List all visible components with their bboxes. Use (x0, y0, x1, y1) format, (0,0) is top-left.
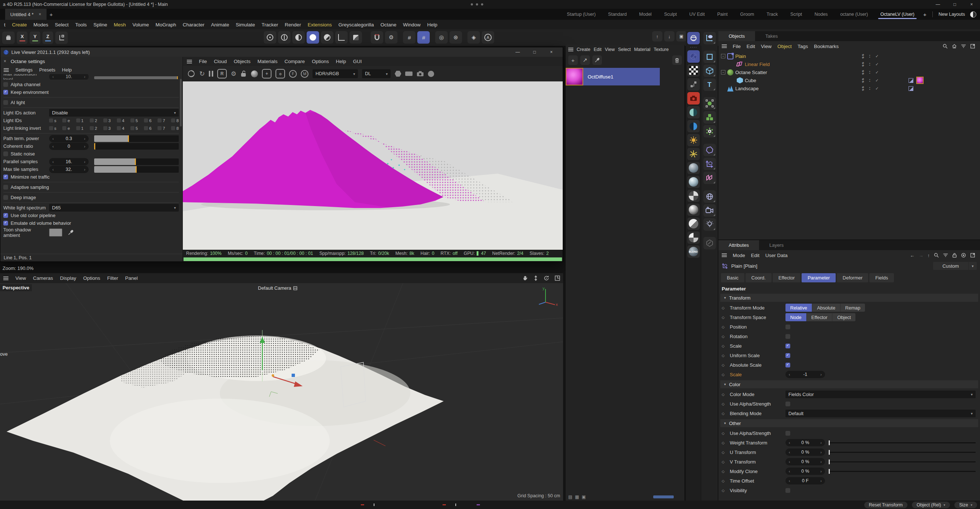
light-id-checkbox[interactable] (117, 118, 121, 123)
enabled-check-icon[interactable]: ✓ (875, 86, 878, 91)
grid-view-icon[interactable]: ▦ (575, 494, 579, 499)
max-tile-samples-slider[interactable] (94, 166, 179, 173)
segment-option[interactable]: Remap (840, 304, 865, 312)
upload-icon[interactable]: ↑ (652, 31, 662, 41)
static-noise-checkbox[interactable] (3, 152, 8, 156)
workplane-mode-icon[interactable] (350, 31, 362, 44)
focus-picker-icon[interactable]: F (289, 70, 297, 78)
menu-item[interactable]: Render (282, 22, 304, 27)
max-subdivision-spinner[interactable]: ‹10.› (49, 74, 89, 80)
percent-spinner[interactable]: ‹0 %› (786, 439, 825, 446)
lv-menu-item[interactable]: File (199, 59, 207, 64)
visibility-dots-icon[interactable]: ●● (869, 78, 870, 82)
deep-image-checkbox[interactable] (3, 195, 8, 200)
search-icon[interactable] (943, 44, 948, 49)
document-tab[interactable]: Untitled 4 * × (5, 9, 46, 20)
light-id-checkbox[interactable] (158, 118, 162, 123)
object-row-controls[interactable]: ◆◆ ●● ✓ (862, 70, 878, 75)
scale-value-spinner[interactable]: ‹-1› (786, 371, 825, 378)
percent-slider[interactable] (829, 461, 975, 463)
delete-material-icon[interactable] (672, 55, 682, 65)
panel-tab[interactable]: Takes (755, 31, 788, 41)
light-ids-action-select[interactable]: Disable▾ (49, 109, 179, 116)
material-item[interactable]: OctDiffuse1 (566, 68, 684, 85)
linear-field-icon[interactable] (703, 172, 716, 184)
percent-spinner[interactable]: ‹0 %› (786, 448, 825, 456)
attribute-tab[interactable]: Coord. (746, 273, 772, 282)
material-metal-sphere-icon[interactable] (687, 204, 700, 216)
phong-tag-icon[interactable] (908, 78, 913, 83)
hamburger-icon[interactable] (4, 70, 9, 70)
viewport-scene[interactable]: Perspective Default Camera y x ove Grid … (0, 283, 563, 501)
keyframe-diamond-icon[interactable]: ◇ (722, 450, 730, 454)
workspace-tab[interactable]: Nodes (814, 10, 828, 18)
keep-environment-checkbox[interactable] (3, 90, 8, 95)
z-axis-button[interactable]: Z (43, 32, 53, 44)
search-icon[interactable] (934, 253, 939, 258)
material-thumbnail[interactable] (566, 68, 583, 85)
layer-dots-icon[interactable]: ◆◆ (862, 62, 864, 67)
keyframe-diamond-icon[interactable]: ◇ (722, 315, 730, 319)
model-mode-icon[interactable] (307, 31, 319, 44)
snap-settings-gear-icon[interactable]: ⚙ (385, 31, 398, 44)
position-checkbox[interactable] (786, 324, 790, 329)
use-old-color-pipeline-checkbox[interactable] (3, 213, 8, 218)
object-row-controls[interactable]: ◆◆ ●● ✓ (862, 86, 878, 91)
other-use-alpha-checkbox[interactable] (786, 431, 790, 436)
menu-item[interactable]: Greyscalegorilla (335, 22, 377, 27)
download-icon[interactable]: ↓ (664, 31, 675, 41)
objects-menu-item[interactable]: Edit (747, 44, 755, 49)
object-name[interactable]: Plain (735, 54, 746, 59)
light-linking-checkbox[interactable] (158, 126, 162, 130)
plain-effector-icon[interactable] (703, 158, 716, 170)
expander-icon[interactable]: − (721, 54, 725, 58)
workspace-tab[interactable]: Startup (User) (566, 10, 597, 18)
hamburger-icon[interactable] (722, 255, 727, 255)
preview-view-icon[interactable]: ▣ (582, 494, 586, 499)
percent-slider[interactable] (829, 442, 975, 444)
light-id-checkbox[interactable] (144, 118, 148, 123)
lv-menu-item[interactable]: Compare (285, 59, 305, 64)
light-linking-checkbox[interactable] (62, 126, 66, 130)
attribute-tab[interactable]: Parameter (802, 273, 836, 282)
filter-icon[interactable] (943, 253, 948, 257)
percent-slider[interactable] (829, 471, 975, 472)
camera-icon[interactable] (417, 71, 424, 77)
light-id-checkbox[interactable] (62, 118, 66, 123)
coherent-ratio-slider[interactable] (94, 143, 179, 150)
uniform-scale-checkbox[interactable] (786, 353, 790, 358)
cube-primitive-icon[interactable] (703, 65, 716, 77)
picker-region-icon[interactable]: o (275, 69, 285, 78)
white-light-spectrum-select[interactable]: D65▾ (49, 204, 179, 212)
light-linking-checkbox[interactable] (103, 126, 107, 130)
segment-option[interactable]: Object (832, 313, 856, 321)
workspace-tab[interactable]: Paint (717, 10, 729, 18)
workspace-tab[interactable]: octane (User) (839, 10, 869, 18)
sun-light-icon[interactable] (687, 134, 700, 146)
lv-menu-item[interactable]: Help (336, 59, 346, 64)
viewport-menu-item[interactable]: Cameras (33, 275, 53, 281)
minimize-net-traffic-checkbox[interactable] (3, 175, 8, 179)
environment-day-icon[interactable] (687, 106, 700, 118)
blending-mode-select[interactable]: Default▾ (786, 410, 975, 417)
text-primitive-icon[interactable]: T (703, 78, 716, 91)
scale-checkbox[interactable] (786, 344, 790, 348)
workspace-tab[interactable]: Track (766, 10, 778, 18)
object-row-controls[interactable]: ◆◆ ●● ✓ (862, 54, 878, 59)
material-menu-item[interactable]: Select (618, 47, 631, 52)
keyframe-diamond-icon[interactable]: ◇ (722, 363, 730, 367)
light-bulb-icon[interactable] (703, 218, 716, 231)
camera-label[interactable]: Default Camera (258, 285, 298, 291)
menu-item[interactable]: Modes (30, 22, 52, 27)
keyframe-diamond-icon[interactable]: ◇ (722, 441, 730, 445)
material-menu-item[interactable]: Texture (654, 47, 668, 52)
material-ball-icon[interactable] (251, 70, 258, 77)
viewport-menu-item[interactable]: Display (60, 275, 76, 281)
color-use-alpha-checkbox[interactable] (786, 402, 790, 406)
percent-spinner[interactable]: ‹0 %› (786, 468, 825, 475)
x-axis-button[interactable]: X (17, 32, 27, 44)
pause-icon[interactable] (209, 71, 213, 77)
view-label[interactable]: Perspective (0, 284, 32, 291)
restart-render-icon[interactable]: R (217, 69, 227, 78)
material-glass-sphere-icon[interactable] (687, 176, 700, 188)
